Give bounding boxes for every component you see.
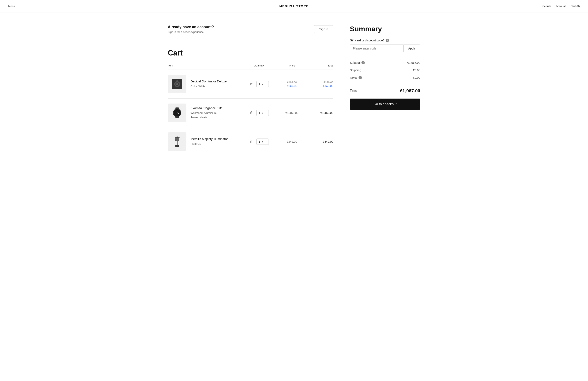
delete-button[interactable]: 🗑 <box>249 81 254 87</box>
cart-item-name: Metallic Majesty Illuminator <box>190 137 228 141</box>
shipping-row: Shipping €0.00 <box>350 67 420 74</box>
qty-value: 1 <box>259 140 260 143</box>
right-column: Summary Gift card or discount code? i Ap… <box>350 25 420 110</box>
left-column: Already have an account? Sign in for a b… <box>168 25 333 156</box>
info-icon: i <box>386 39 389 42</box>
svg-rect-13 <box>177 141 178 146</box>
price-normal: €1,469.00 <box>275 111 309 114</box>
cart-header: Item Quantity Price Total <box>168 64 333 70</box>
qty-select[interactable]: 1 ▾ <box>256 138 269 145</box>
total-column: €1,469.00 <box>309 111 333 114</box>
total-column: €349.00 <box>309 140 333 143</box>
discount-row: Apply <box>350 45 420 52</box>
taxes-value: €0.00 <box>413 76 420 79</box>
summary-divider <box>350 83 420 83</box>
menu-link[interactable]: Menu <box>8 4 15 8</box>
total-amount: €1,967.00 <box>400 88 420 94</box>
delete-button[interactable]: 🗑 <box>249 139 254 144</box>
subtotal-label: Subtotal i <box>350 61 365 64</box>
taxes-label: Taxes i <box>350 76 362 79</box>
total-row: Total €1,967.00 <box>350 85 420 97</box>
taxes-info-icon: i <box>358 76 362 79</box>
cart-item-details: Exorbita Elegance Elite Wristband: Alumi… <box>190 106 223 120</box>
cart-item-name: Exorbita Elegance Elite <box>190 106 223 110</box>
subtotal-info-icon: i <box>361 61 365 64</box>
svg-point-4 <box>176 80 178 81</box>
qty-column: 🗑 1 ▾ <box>242 81 275 87</box>
qty-value: 1 <box>259 82 260 86</box>
qty-select[interactable]: 1 ▾ <box>256 81 269 87</box>
item-image <box>168 104 187 122</box>
discount-label: Gift card or discount code? i <box>350 39 420 42</box>
table-row: Metallic Majesty Illuminator Plug: US 🗑 … <box>168 127 333 156</box>
account-banner: Already have an account? Sign in for a b… <box>168 25 333 40</box>
taxes-row: Taxes i €0.00 <box>350 74 420 81</box>
discount-input[interactable] <box>350 45 403 52</box>
cart-title: Cart <box>168 49 333 57</box>
price-column: €349.00 <box>275 140 309 143</box>
apply-button[interactable]: Apply <box>403 45 420 52</box>
cart-link[interactable]: Cart (3) <box>571 4 580 8</box>
svg-marker-15 <box>175 137 179 141</box>
cart-item-info: Metallic Majesty Illuminator Plug: US <box>168 132 242 151</box>
watch-icon <box>171 107 183 119</box>
navigation: Menu MEDUSA STORE Search Account Cart (3… <box>0 0 588 12</box>
chevron-down-icon: ▾ <box>262 112 263 114</box>
qty-column: 🗑 1 ▾ <box>242 138 275 145</box>
subtotal-value: €1,967.00 <box>407 61 420 64</box>
chevron-down-icon: ▾ <box>262 141 263 143</box>
cart-item-info: Exorbita Elegance Elite Wristband: Alumi… <box>168 104 242 122</box>
account-banner-heading: Already have an account? <box>168 25 214 29</box>
item-image <box>168 132 187 151</box>
cart-item-info: Decibel Dominator Deluxe Color: White <box>168 75 242 93</box>
cart-item-name: Decibel Dominator Deluxe <box>190 80 227 83</box>
speaker-icon <box>171 78 183 90</box>
col-qty-header: Quantity <box>242 64 275 67</box>
qty-value: 1 <box>259 111 260 114</box>
price-discounted: €149.00 <box>275 84 309 88</box>
shipping-value: €0.00 <box>413 68 420 72</box>
col-total-header: Total <box>309 64 333 67</box>
account-banner-subtext: Sign in for a better experience. <box>168 30 214 34</box>
nav-left: Menu <box>8 4 15 8</box>
chevron-down-icon: ▾ <box>262 83 263 85</box>
subtotal-row: Subtotal i €1,967.00 <box>350 59 420 67</box>
lamp-icon <box>171 135 183 148</box>
item-image <box>168 75 187 93</box>
total-column: €199.00 €149.00 <box>309 81 333 88</box>
table-row: Exorbita Elegance Elite Wristband: Alumi… <box>168 99 333 127</box>
delete-button[interactable]: 🗑 <box>249 110 254 115</box>
account-banner-text: Already have an account? Sign in for a b… <box>168 25 214 34</box>
svg-point-16 <box>176 136 178 138</box>
checkout-button[interactable]: Go to checkout <box>350 99 420 110</box>
price-column: €1,469.00 <box>275 111 309 114</box>
svg-point-3 <box>176 83 178 85</box>
summary-title: Summary <box>350 25 420 33</box>
cart-item-details: Metallic Majesty Illuminator Plug: US <box>190 137 228 146</box>
total-normal: €1,469.00 <box>309 111 333 114</box>
cart-item-details: Decibel Dominator Deluxe Color: White <box>190 80 227 89</box>
qty-column: 🗑 1 ▾ <box>242 110 275 116</box>
price-original: €199.00 <box>275 81 309 84</box>
total-label: Total <box>350 89 357 93</box>
search-link[interactable]: Search <box>543 4 551 8</box>
qty-select[interactable]: 1 ▾ <box>256 110 269 116</box>
total-normal: €349.00 <box>309 140 333 143</box>
total-discounted: €149.00 <box>309 84 333 88</box>
page-wrapper: Already have an account? Sign in for a b… <box>160 12 428 169</box>
store-name: MEDUSA STORE <box>279 4 309 8</box>
price-column: €199.00 €149.00 <box>275 81 309 88</box>
sign-in-button[interactable]: Sign in <box>314 25 333 33</box>
total-original: €199.00 <box>309 81 333 84</box>
col-item-header: Item <box>168 64 242 67</box>
nav-right: Search Account Cart (3) <box>543 4 580 8</box>
shipping-label: Shipping <box>350 68 361 72</box>
price-normal: €349.00 <box>275 140 309 143</box>
table-row: Decibel Dominator Deluxe Color: White 🗑 … <box>168 70 333 99</box>
col-price-header: Price <box>275 64 309 67</box>
cart-item-attr: Color: White <box>190 84 227 89</box>
cart-item-attr: Wristband: Aluminium Power: Kinetic <box>190 111 223 120</box>
account-link[interactable]: Account <box>556 4 566 8</box>
cart-item-attr: Plug: US <box>190 142 228 146</box>
svg-point-11 <box>177 112 178 113</box>
